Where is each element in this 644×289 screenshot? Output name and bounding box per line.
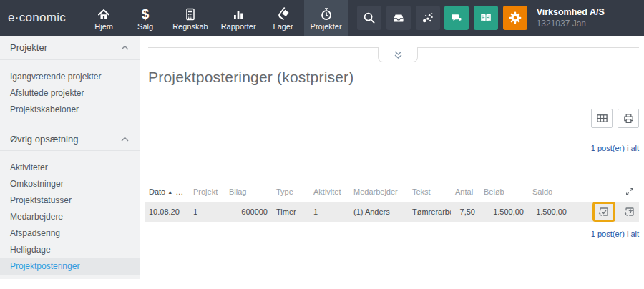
- sidebar-item-projektposteringer[interactable]: Projektposteringer: [0, 258, 140, 275]
- record-count-top: 1 post(er) i alt: [591, 144, 639, 152]
- hand-truck-icon: [276, 6, 291, 21]
- layout-grid-button[interactable]: [591, 109, 613, 128]
- cell-bilag: 600000: [225, 202, 272, 222]
- column-header-type[interactable]: Type: [272, 182, 309, 202]
- sidebar-list-ovrig: Aktiviteter Omkostninger Projektstatusse…: [0, 151, 140, 283]
- dollar-icon: $: [142, 6, 150, 21]
- nav-label: Salg: [137, 22, 153, 31]
- column-header-antal[interactable]: Antal: [451, 182, 479, 202]
- home-icon: [97, 6, 111, 21]
- company-selector[interactable]: Virksomhed A/S 1321037 Jan: [537, 0, 605, 36]
- print-button[interactable]: [618, 109, 639, 128]
- bar-chart-icon: [231, 6, 245, 21]
- company-number: 1321037 Jan: [537, 19, 605, 29]
- sidebar-item-igangvaerende-projekter[interactable]: Igangværende projekter: [0, 69, 140, 85]
- sidebar-section-ovrig-opsaetning[interactable]: Øvrig opsætning: [0, 127, 140, 151]
- printer-icon: [623, 112, 635, 124]
- cell-saldo: 1.500,00: [528, 202, 571, 222]
- new-posting-button[interactable]: [623, 205, 636, 218]
- table-toolbar: [591, 109, 639, 128]
- nav-item-regnskab[interactable]: Regnskab: [166, 0, 215, 36]
- page-title: Projektposteringer (kostpriser): [148, 69, 353, 86]
- column-header-dato[interactable]: Dato▲…: [145, 182, 189, 202]
- nav-app-buttons: [444, 0, 527, 36]
- search-button[interactable]: [357, 6, 381, 30]
- nav-label: Hjem: [94, 22, 113, 31]
- sort-asc-icon: ▲: [167, 190, 172, 195]
- ecopedia-button[interactable]: [474, 6, 498, 30]
- column-header-saldo[interactable]: Saldo: [528, 182, 571, 202]
- collapse-filter-tab[interactable]: [378, 47, 418, 62]
- column-header-bilag[interactable]: Bilag: [225, 182, 272, 202]
- column-header-tekst[interactable]: Tekst: [408, 182, 451, 202]
- cell-type: Timer: [272, 202, 309, 222]
- cell-actions: [571, 202, 639, 222]
- section-title: Øvrig opsætning: [10, 134, 78, 144]
- nav-item-salg[interactable]: $ Salg: [125, 0, 166, 36]
- postings-table-wrap: Dato▲… Projekt Bilag Type Aktivitet Meda…: [145, 182, 639, 238]
- sidebar: Projekter Igangværende projekter Afslutt…: [0, 36, 140, 279]
- insights-button[interactable]: [416, 6, 440, 30]
- sidebar-item-medarbejdere[interactable]: Medarbejdere: [0, 209, 140, 225]
- open-book-icon: [479, 11, 493, 25]
- double-chevron-down-icon: [393, 50, 404, 59]
- column-header-projekt[interactable]: Projekt: [189, 182, 225, 202]
- approve-posting-button[interactable]: [597, 205, 610, 218]
- gear-icon: [508, 11, 522, 25]
- chat-icon: [449, 11, 464, 25]
- table-header-row: Dato▲… Projekt Bilag Type Aktivitet Meda…: [145, 182, 639, 202]
- tutorial-highlight-box: [592, 202, 615, 222]
- nav-label: Lager: [273, 22, 293, 31]
- chevron-up-icon: [121, 137, 129, 142]
- company-name: Virksomhed A/S: [537, 7, 605, 17]
- column-header-belob[interactable]: Beløb: [479, 182, 528, 202]
- sidebar-item-afsluttede-projekter[interactable]: Afsluttede projekter: [0, 85, 140, 102]
- sidebar-item-aktiviteter[interactable]: Aktiviteter: [0, 160, 140, 176]
- sidebar-item-omkostninger[interactable]: Omkostninger: [0, 176, 140, 192]
- settings-button[interactable]: [503, 6, 527, 30]
- sidebar-item-projektstatusser[interactable]: Projektstatusser: [0, 192, 140, 209]
- column-menu-dots[interactable]: …: [175, 187, 184, 196]
- cell-antal: 7,50: [451, 202, 479, 222]
- column-header-medarbejder[interactable]: Medarbejder: [349, 182, 408, 202]
- nav-label: Regnskab: [172, 22, 208, 31]
- sidebar-item-helligdage[interactable]: Helligdage: [0, 242, 140, 258]
- nav-item-lager[interactable]: Lager: [263, 0, 304, 36]
- calculator-icon: [183, 6, 197, 21]
- nav-item-projekter[interactable]: Projekter: [304, 0, 348, 36]
- insights-dots-icon: [421, 11, 435, 25]
- sidebar-list-projekter: Igangværende projekter Afsluttede projek…: [0, 60, 140, 127]
- nav-item-hjem[interactable]: Hjem: [83, 0, 125, 36]
- expand-table-button[interactable]: [620, 182, 639, 202]
- nav-item-rapporter[interactable]: Rapporter: [215, 0, 263, 36]
- cell-dato: 10.08.20: [145, 202, 189, 222]
- grid-icon: [596, 112, 608, 124]
- inbox-button[interactable]: [386, 6, 411, 30]
- cell-tekst: Tømrerarbejde: [408, 202, 451, 222]
- cell-belob: 1.500,00: [479, 202, 528, 222]
- expand-icon: [625, 187, 635, 197]
- cell-projekt: 1: [189, 202, 225, 222]
- app-window: e·conomic Hjem $ Salg Regnskab: [0, 0, 644, 289]
- sidebar-section-projekter[interactable]: Projekter: [0, 36, 140, 60]
- sidebar-item-afspadsering[interactable]: Afspadsering: [0, 225, 140, 242]
- main-content: Projektposteringer (kostpriser) 1 post(e…: [140, 36, 644, 289]
- chat-button[interactable]: [444, 6, 469, 30]
- sidebar-item-projektskabeloner[interactable]: Projektskabeloner: [0, 102, 140, 118]
- top-navbar: e·conomic Hjem $ Salg Regnskab: [0, 0, 644, 36]
- cell-medarbejder: (1) Anders: [349, 202, 408, 222]
- section-title: Projekter: [10, 42, 47, 53]
- approve-posting-icon: [597, 205, 610, 218]
- main-nav: Hjem $ Salg Regnskab Rapporter: [83, 0, 348, 36]
- logo[interactable]: e·conomic: [0, 0, 73, 36]
- column-header-aktivitet[interactable]: Aktivitet: [309, 182, 349, 202]
- record-count-bottom: 1 post(er) i alt: [145, 230, 639, 238]
- nav-icon-buttons: [357, 0, 440, 36]
- stopwatch-icon: [319, 6, 333, 21]
- new-posting-icon: [623, 205, 636, 218]
- table-row[interactable]: 10.08.20 1 600000 Timer 1 (1) Anders Tøm…: [145, 202, 639, 222]
- nav-label: Projekter: [311, 22, 342, 31]
- nav-label: Rapporter: [221, 22, 256, 31]
- cell-aktivitet: 1: [309, 202, 349, 222]
- chevron-up-icon: [121, 45, 129, 50]
